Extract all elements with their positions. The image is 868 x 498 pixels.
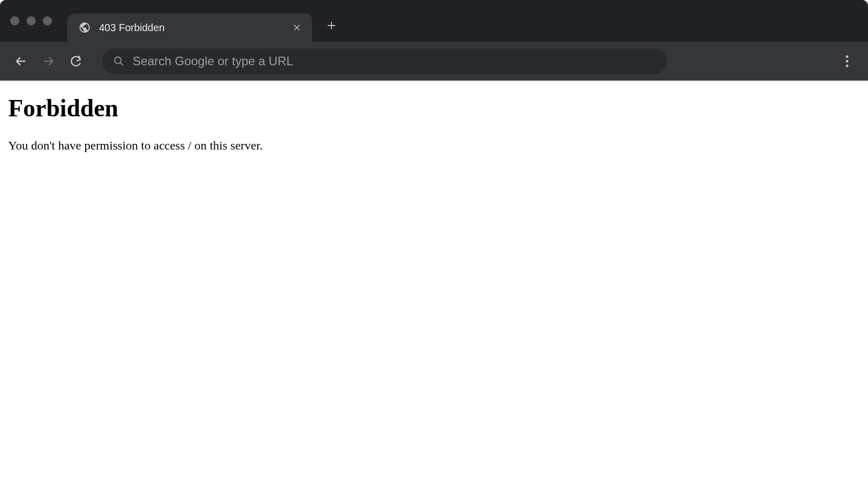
window-controls [10, 16, 52, 26]
forward-button[interactable] [38, 51, 59, 72]
address-bar[interactable] [102, 48, 667, 74]
globe-icon [79, 21, 91, 34]
error-message: You don't have permission to access / on… [8, 137, 860, 155]
tab-strip: 403 Forbidden [0, 0, 868, 42]
reload-button[interactable] [65, 51, 87, 72]
svg-point-0 [115, 57, 121, 64]
window-maximize-button[interactable] [43, 16, 52, 26]
svg-point-2 [846, 60, 849, 63]
window-close-button[interactable] [10, 16, 19, 26]
page-content: Forbidden You don't have permission to a… [0, 81, 868, 163]
error-heading: Forbidden [8, 94, 860, 122]
window-minimize-button[interactable] [27, 16, 36, 26]
tab-close-button[interactable] [291, 21, 303, 34]
browser-toolbar [0, 42, 868, 81]
tab-title: 403 Forbidden [99, 22, 291, 34]
svg-point-1 [846, 56, 849, 58]
browser-chrome: 403 Forbidden [0, 0, 868, 81]
svg-point-3 [846, 65, 849, 67]
browser-tab[interactable]: 403 Forbidden [67, 13, 312, 42]
browser-menu-button[interactable] [836, 51, 858, 72]
url-input[interactable] [133, 54, 656, 68]
search-icon [113, 56, 124, 67]
back-button[interactable] [10, 51, 32, 72]
new-tab-button[interactable] [321, 15, 342, 36]
